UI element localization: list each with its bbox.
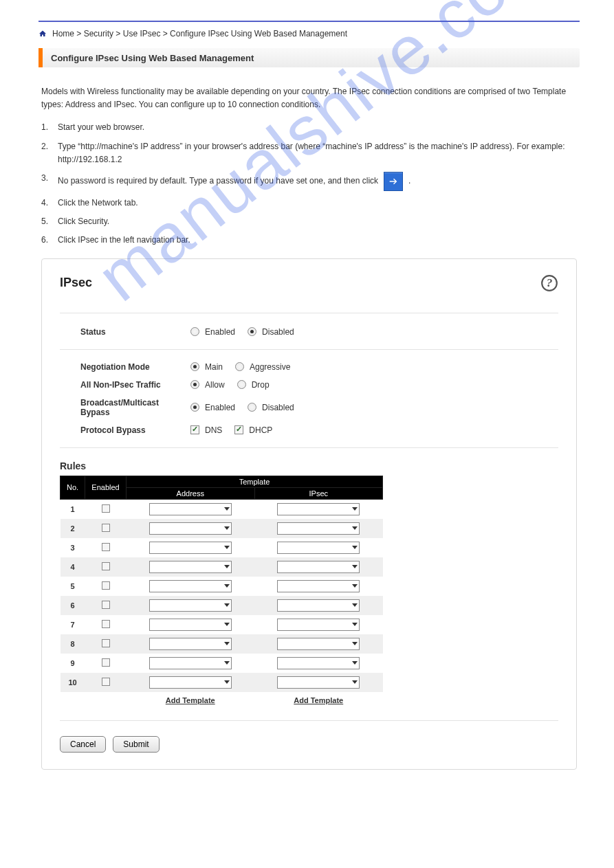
- address-dropdown[interactable]: [149, 599, 232, 612]
- traffic-allow-radio[interactable]: Allow: [190, 380, 225, 390]
- row-number: 5: [61, 577, 85, 596]
- step-text: Click IPsec in the left navigation bar.: [58, 234, 577, 247]
- ipsec-dropdown[interactable]: [277, 561, 360, 573]
- bypass-label: Broadcast/Multicast Bypass: [60, 398, 190, 417]
- row-enabled-check[interactable]: [102, 678, 110, 686]
- submit-button[interactable]: Submit: [113, 736, 159, 753]
- breadcrumb: Home > Security > Use IPsec > Configure …: [39, 29, 580, 38]
- address-dropdown[interactable]: [149, 619, 232, 631]
- page-title: IPsec: [60, 276, 92, 290]
- address-dropdown[interactable]: [149, 522, 232, 535]
- radio-label: Enabled: [205, 403, 235, 412]
- add-ipsec-template[interactable]: Add Template: [294, 696, 343, 704]
- ipsec-dropdown[interactable]: [277, 542, 360, 554]
- col-enabled: Enabled: [85, 476, 127, 499]
- ipsec-panel: IPsec ? Status Enabled Disabled Negotiat…: [41, 258, 577, 770]
- row-enabled-check[interactable]: [102, 581, 110, 590]
- arrow-right-icon: [384, 172, 403, 191]
- proto-label: Protocol Bypass: [60, 425, 190, 435]
- section-accent: [39, 48, 43, 67]
- ipsec-dropdown[interactable]: [277, 580, 360, 592]
- radio-label: Aggressive: [250, 362, 290, 372]
- address-dropdown[interactable]: [149, 503, 232, 515]
- divider: [60, 349, 558, 350]
- proto-dns-check[interactable]: DNS: [190, 425, 222, 435]
- row-number: 4: [61, 557, 85, 577]
- home-icon: [39, 30, 47, 38]
- help-icon[interactable]: ?: [540, 274, 558, 292]
- row-number: 8: [61, 634, 85, 654]
- radio-label: Enabled: [205, 327, 235, 337]
- status-disabled-radio[interactable]: Disabled: [248, 327, 294, 337]
- row-enabled-check[interactable]: [102, 562, 110, 570]
- negotiation-label: Negotiation Mode: [60, 362, 190, 372]
- check-label: DNS: [205, 425, 222, 435]
- step-text: No password is required by default. Type…: [58, 172, 577, 191]
- radio-label: Allow: [205, 380, 225, 390]
- address-dropdown[interactable]: [149, 580, 232, 592]
- ipsec-dropdown[interactable]: [277, 619, 360, 631]
- step-number: 6.: [41, 234, 51, 247]
- radio-label: Main: [205, 362, 223, 372]
- svg-text:?: ?: [547, 276, 553, 289]
- section-title: Configure IPsec Using Web Based Manageme…: [51, 53, 254, 63]
- bypass-enabled-radio[interactable]: Enabled: [190, 403, 235, 412]
- row-enabled-check[interactable]: [102, 658, 110, 667]
- table-row: 5: [61, 577, 383, 596]
- row-number: 7: [61, 615, 85, 634]
- row-enabled-check[interactable]: [102, 639, 110, 647]
- ipsec-dropdown[interactable]: [277, 657, 360, 669]
- row-enabled-check[interactable]: [102, 543, 110, 551]
- radio-label: Drop: [252, 380, 270, 390]
- row-number: 1: [61, 499, 85, 519]
- row-number: 3: [61, 538, 85, 557]
- row-enabled-check[interactable]: [102, 601, 110, 609]
- add-address-template[interactable]: Add Template: [166, 696, 215, 704]
- table-row: 3: [61, 538, 383, 557]
- address-dropdown[interactable]: [149, 638, 232, 650]
- neg-aggressive-radio[interactable]: Aggressive: [235, 362, 290, 372]
- status-enabled-radio[interactable]: Enabled: [190, 327, 235, 337]
- divider: [60, 720, 558, 721]
- row-number: 6: [61, 596, 85, 615]
- table-row: 4: [61, 557, 383, 577]
- radio-label: Disabled: [262, 327, 294, 337]
- table-row: 9: [61, 654, 383, 673]
- ipsec-dropdown[interactable]: [277, 522, 360, 535]
- table-row: 2: [61, 519, 383, 538]
- address-dropdown[interactable]: [149, 676, 232, 689]
- cancel-button[interactable]: Cancel: [60, 736, 106, 753]
- breadcrumb-text: Home > Security > Use IPsec > Configure …: [52, 29, 347, 38]
- address-dropdown[interactable]: [149, 657, 232, 669]
- ipsec-dropdown[interactable]: [277, 676, 360, 689]
- address-dropdown[interactable]: [149, 542, 232, 554]
- step-number: 3.: [41, 172, 51, 191]
- neg-main-radio[interactable]: Main: [190, 362, 223, 372]
- ipsec-dropdown[interactable]: [277, 503, 360, 515]
- step-number: 2.: [41, 140, 51, 166]
- steps-list: 1.Start your web browser. 2.Type “http:/…: [41, 121, 577, 247]
- col-ipsec: IPsec: [254, 487, 383, 499]
- table-row: 6: [61, 596, 383, 615]
- ipsec-dropdown[interactable]: [277, 638, 360, 650]
- step-number: 1.: [41, 121, 51, 134]
- top-rule: [39, 21, 580, 22]
- check-label: DHCP: [249, 425, 272, 435]
- step-text-tail: .: [408, 175, 410, 188]
- address-dropdown[interactable]: [149, 561, 232, 573]
- row-number: 10: [61, 673, 85, 692]
- row-enabled-check[interactable]: [102, 620, 110, 628]
- divider: [60, 313, 558, 313]
- col-no: No.: [61, 476, 85, 499]
- step-text: Start your web browser.: [58, 121, 577, 134]
- proto-dhcp-check[interactable]: DHCP: [234, 425, 272, 435]
- bypass-disabled-radio[interactable]: Disabled: [248, 403, 294, 412]
- row-enabled-check[interactable]: [102, 504, 110, 513]
- intro-text: Models with Wireless functionality may b…: [41, 85, 577, 111]
- traffic-label: All Non-IPsec Traffic: [60, 380, 190, 390]
- step-text: Click Security.: [58, 215, 577, 228]
- ipsec-dropdown[interactable]: [277, 599, 360, 612]
- row-enabled-check[interactable]: [102, 524, 110, 532]
- traffic-drop-radio[interactable]: Drop: [237, 380, 270, 390]
- rules-table: No. Enabled Template Address IPsec 12345…: [60, 476, 383, 708]
